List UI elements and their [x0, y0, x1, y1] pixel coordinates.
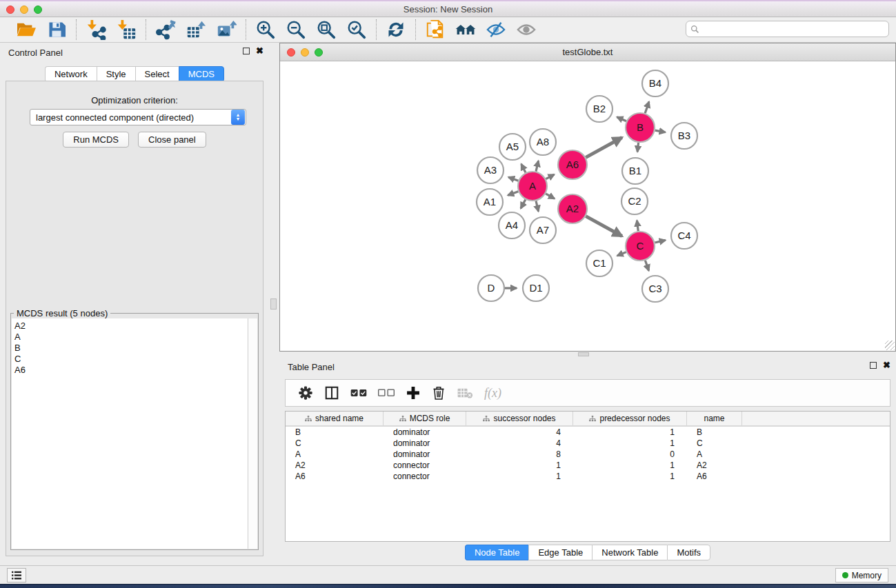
select-all-checks-icon[interactable]	[350, 387, 367, 398]
tab-node-table[interactable]: Node Table	[465, 545, 529, 560]
cell-name[interactable]: A	[687, 449, 742, 460]
node-C1[interactable]: C1	[586, 250, 613, 276]
deselect-all-checks-icon[interactable]	[378, 387, 395, 398]
show-selected-eye-icon[interactable]	[514, 19, 539, 41]
save-session-icon[interactable]	[44, 19, 69, 41]
column-header-predecessor-nodes[interactable]: predecessor nodes	[573, 412, 687, 425]
column-header-name[interactable]: name	[687, 412, 742, 425]
node-C[interactable]: C	[626, 232, 655, 261]
column-header-shared-name[interactable]: shared name	[286, 412, 384, 425]
export-table-icon[interactable]	[183, 19, 208, 41]
edge-A-A1[interactable]	[508, 192, 518, 196]
tab-style[interactable]: Style	[97, 66, 135, 82]
new-network-from-file-icon[interactable]	[423, 19, 448, 41]
node-B2[interactable]: B2	[586, 96, 613, 122]
cell-successor-nodes[interactable]: 8	[466, 449, 573, 460]
vertical-splitter-grip[interactable]	[270, 298, 277, 310]
node-B3[interactable]: B3	[671, 123, 697, 149]
search-input[interactable]	[703, 24, 884, 34]
import-network-icon[interactable]	[83, 19, 108, 41]
edge-A-A3[interactable]	[508, 177, 518, 181]
cell-shared-name[interactable]: A2	[286, 460, 384, 471]
cell-successor-nodes[interactable]: 1	[466, 471, 573, 482]
node-C4[interactable]: C4	[671, 223, 697, 249]
edge-A-A4[interactable]	[521, 200, 526, 209]
mcds-result-item[interactable]: B	[14, 343, 248, 354]
table-row[interactable]: Bdominator41B	[286, 427, 890, 438]
edge-C-C2[interactable]	[637, 221, 638, 231]
network-canvas[interactable]: AA1A2A3A4A5A6A7A8BB1B2B3B4CC1C2C3C4DD1	[280, 61, 895, 351]
cell-MCDS-role[interactable]: dominator	[384, 438, 466, 449]
run-mcds-button[interactable]: Run MCDS	[63, 132, 129, 148]
open-folder-icon[interactable]	[14, 19, 39, 41]
edge-A-A8[interactable]	[536, 161, 539, 171]
cell-name[interactable]: B	[687, 427, 742, 438]
node-A[interactable]: A	[518, 172, 547, 201]
node-A4[interactable]: A4	[499, 212, 525, 239]
cell-MCDS-role[interactable]: dominator	[384, 427, 466, 438]
cell-MCDS-role[interactable]: connector	[384, 460, 466, 471]
node-A6[interactable]: A6	[558, 150, 587, 179]
node-A8[interactable]: A8	[530, 129, 556, 155]
tab-mcds[interactable]: MCDS	[179, 66, 224, 82]
edge-C-C1[interactable]	[617, 252, 626, 256]
node-A3[interactable]: A3	[477, 157, 504, 183]
node-B1[interactable]: B1	[622, 158, 648, 184]
zoom-out-icon[interactable]	[283, 19, 308, 41]
cell-predecessor-nodes[interactable]: 0	[573, 449, 687, 460]
add-column-icon[interactable]	[406, 385, 421, 401]
node-A7[interactable]: A7	[530, 217, 556, 243]
zoom-in-icon[interactable]	[253, 19, 278, 41]
edge-A-A7[interactable]	[536, 201, 539, 211]
tab-select[interactable]: Select	[135, 66, 179, 82]
node-C2[interactable]: C2	[621, 188, 648, 214]
cell-predecessor-nodes[interactable]: 1	[573, 427, 687, 438]
zoom-selected-icon[interactable]	[344, 19, 369, 41]
edge-A-A6[interactable]	[546, 174, 554, 179]
float-panel-icon[interactable]	[243, 48, 250, 54]
table-row[interactable]: A6connector11A6	[286, 471, 890, 482]
table-row[interactable]: A2connector11A2	[286, 460, 890, 471]
edge-B-B3[interactable]	[655, 130, 666, 132]
cell-shared-name[interactable]: C	[286, 438, 384, 449]
search-field[interactable]	[686, 21, 889, 37]
table-row[interactable]: Cdominator41C	[286, 438, 890, 449]
close-table-panel-icon[interactable]: ✖	[883, 362, 890, 369]
node-B4[interactable]: B4	[642, 70, 668, 97]
column-header-MCDS-role[interactable]: MCDS role	[384, 412, 466, 425]
import-table-icon[interactable]	[114, 19, 139, 41]
mcds-result-scrollbar[interactable]	[248, 318, 257, 549]
table-row[interactable]: Adominator80A	[286, 449, 890, 460]
edge-C-C3[interactable]	[645, 261, 648, 271]
zoom-fit-icon[interactable]	[314, 19, 339, 41]
mcds-result-item[interactable]: A	[14, 332, 248, 343]
tab-network-table[interactable]: Network Table	[592, 545, 667, 560]
node-D[interactable]: D	[478, 275, 504, 301]
delete-column-trash-icon[interactable]	[432, 385, 446, 401]
node-B[interactable]: B	[626, 113, 655, 142]
node-D1[interactable]: D1	[523, 275, 549, 301]
criterion-dropdown[interactable]: largest connected component (directed) ▲…	[30, 109, 246, 125]
float-table-panel-icon[interactable]	[870, 362, 877, 369]
window-resize-grip-icon[interactable]	[885, 341, 895, 350]
cell-predecessor-nodes[interactable]: 1	[573, 471, 687, 482]
tab-edge-table[interactable]: Edge Table	[528, 545, 592, 560]
tab-network[interactable]: Network	[45, 66, 97, 82]
cell-MCDS-role[interactable]: connector	[384, 471, 466, 482]
mcds-result-list[interactable]: A2ABCA6	[12, 318, 248, 549]
node-A5[interactable]: A5	[499, 134, 526, 160]
cell-predecessor-nodes[interactable]: 1	[573, 460, 687, 471]
vertical-splitter[interactable]	[269, 43, 279, 565]
task-history-button[interactable]	[7, 568, 26, 582]
node-A1[interactable]: A1	[477, 189, 503, 215]
mcds-result-item[interactable]: A6	[14, 365, 248, 376]
edge-B-B2[interactable]	[617, 117, 627, 121]
horizontal-splitter[interactable]	[279, 352, 896, 357]
column-header-successor-nodes[interactable]: successor nodes	[466, 412, 573, 425]
cell-shared-name[interactable]: A6	[286, 471, 384, 482]
tab-motifs[interactable]: Motifs	[667, 545, 710, 560]
cell-name[interactable]: A6	[687, 471, 742, 482]
hide-selected-eye-slash-icon[interactable]	[484, 19, 508, 41]
close-panel-button[interactable]: Close panel	[138, 132, 206, 148]
edge-A-A2[interactable]	[546, 194, 555, 199]
